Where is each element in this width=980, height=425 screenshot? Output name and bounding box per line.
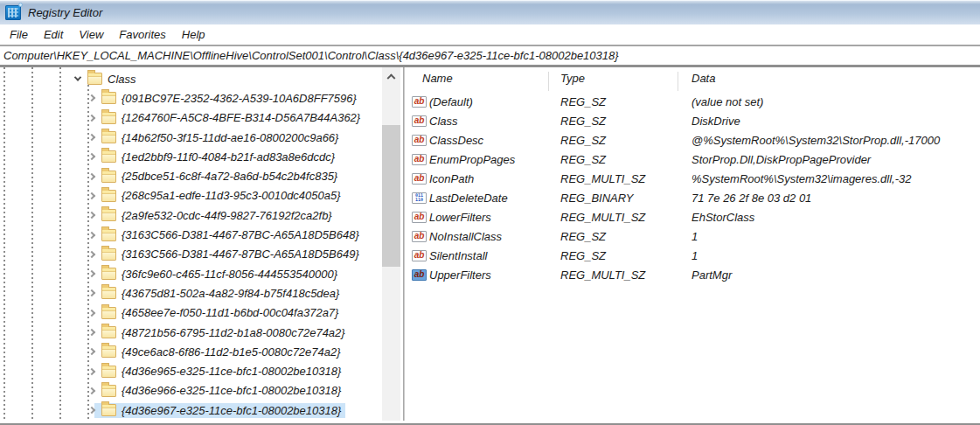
column-header-type[interactable]: Type (549, 72, 678, 91)
tree-node-highlight: {36fc9e60-c465-11cf-8056-444553540000} (94, 267, 342, 282)
tree-node-label[interactable]: {48721b56-6795-11d2-b1a8-0080c72e74a2} (122, 326, 345, 339)
tree-node-label[interactable]: {2a9fe532-0cdc-44f9-9827-76192f2ca2fb} (122, 209, 332, 222)
tree-node-guid[interactable]: {4d36e967-e325-11ce-bfc1-08002be10318} (0, 401, 382, 420)
tree-node-label[interactable]: {1264760F-A5C8-4BFE-B314-D56A7B44A362} (122, 111, 360, 124)
tree-node-highlight: {4d36e965-e325-11ce-bfc1-08002be10318} (94, 364, 345, 379)
value-name[interactable]: EnumPropPages (427, 153, 515, 166)
value-row-noinstallclass[interactable]: NoInstallClassREG_SZ1 (405, 226, 980, 246)
value-data: 1 (678, 249, 980, 262)
tree-node-label[interactable]: {1ed2bbf9-11f0-4084-b21f-ad83a8e6dcdc} (122, 150, 335, 164)
value-type: REG_BINARY (549, 192, 678, 205)
value-data: @%SystemRoot%\System32\StorProp.dll,-170… (678, 134, 980, 147)
values-list: (Default)REG_SZ(value not set)ClassREG_S… (405, 92, 980, 284)
value-data: DiskDrive (678, 115, 980, 128)
folder-icon (87, 73, 102, 85)
menu-item-file[interactable]: File (2, 24, 36, 45)
tree-node-guid[interactable]: {49ce6ac8-6f86-11d2-b1e5-0080c72e74a2} (0, 342, 382, 361)
tree-node-label[interactable]: {4d36e965-e325-11ce-bfc1-08002be10318} (122, 365, 341, 378)
tree-node-class[interactable]: Class (0, 69, 382, 88)
tree-node-guid[interactable]: {43675d81-502a-4a82-9f84-b75f418c5dea} (0, 283, 382, 303)
value-row-iconpath[interactable]: IconPathREG_MULTI_SZ%SystemRoot%\System3… (405, 169, 980, 188)
value-name-cell: (Default) (405, 95, 549, 108)
value-name[interactable]: LastDeleteDate (427, 192, 508, 205)
address-path[interactable]: Computer\HKEY_LOCAL_MACHINE\OfflineHive\… (0, 49, 619, 62)
title-bar: Registry Editor (0, 0, 980, 24)
tree-node-guid[interactable]: {1264760F-A5C8-4BFE-B314-D56A7B44A362} (0, 108, 382, 128)
column-header-name[interactable]: Name (405, 72, 549, 91)
tree-node-label[interactable]: {14b62f50-3f15-11dd-ae16-0800200c9a66} (122, 131, 338, 144)
tree-node-guid[interactable]: {268c95a1-edfe-11d3-95c3-0010dc4050a5} (0, 186, 382, 206)
tree-node-label[interactable]: {3163C566-D381-4467-87BC-A65A18D5B648} (122, 228, 359, 241)
value-row-classdesc[interactable]: ClassDescREG_SZ@%SystemRoot%\System32\St… (405, 130, 980, 150)
string-value-icon (412, 212, 427, 223)
tree-node-highlight: {091BC97E-2352-4362-A539-10A6D8FF7596} (94, 91, 361, 106)
value-name[interactable]: SilentInstall (427, 249, 487, 262)
tree-node-label[interactable]: {43675d81-502a-4a82-9f84-b75f418c5dea} (122, 287, 339, 300)
tree-node-label[interactable]: Class (108, 73, 136, 86)
value-type: REG_SZ (549, 230, 678, 243)
value-name[interactable]: IconPath (427, 172, 474, 185)
tree-node-highlight: {4658ee7e-f050-11d1-b6bd-00c04fa372a7} (94, 305, 343, 320)
folder-icon (101, 190, 116, 202)
tree-node-guid[interactable]: {14b62f50-3f15-11dd-ae16-0800200c9a66} (0, 128, 382, 147)
values-pane: Name Type Data (Default)REG_SZ(value not… (404, 67, 980, 421)
string-value-icon (412, 115, 427, 127)
tree-node-highlight: {49ce6ac8-6f86-11d2-b1e5-0080c72e74a2} (94, 345, 345, 359)
value-name[interactable]: LowerFilters (427, 211, 491, 224)
tree-node-guid[interactable]: {1ed2bbf9-11f0-4084-b21f-ad83a8e6dcdc} (0, 147, 382, 166)
folder-icon (101, 345, 116, 358)
menu-item-view[interactable]: View (71, 24, 111, 45)
tree-node-label[interactable]: {4658ee7e-f050-11d1-b6bd-00c04fa372a7} (122, 306, 338, 319)
tree-node-guid[interactable]: {2a9fe532-0cdc-44f9-9827-76192f2ca2fb} (0, 206, 382, 225)
scrollbar-thumb[interactable] (382, 125, 400, 267)
value-row-default[interactable]: (Default)REG_SZ(value not set) (405, 92, 980, 111)
value-name[interactable]: ClassDesc (427, 134, 483, 147)
tree-node-label[interactable]: {3163C566-D381-4467-87BC-A65A18D5B649} (122, 247, 359, 261)
value-row-enumproppages[interactable]: EnumPropPagesREG_SZStorProp.Dll,DiskProp… (405, 150, 980, 169)
tree-node-guid[interactable]: {48721b56-6795-11d2-b1a8-0080c72e74a2} (0, 323, 382, 342)
value-row-upperfilters[interactable]: UpperFiltersREG_MULTI_SZPartMgr (405, 265, 980, 284)
tree-node-guid[interactable]: {4658ee7e-f050-11d1-b6bd-00c04fa372a7} (0, 303, 382, 323)
menu-item-help[interactable]: Help (174, 24, 213, 45)
tree-pane: Class {091BC97E-2352-4362-A539-10A6D8FF7… (0, 67, 404, 421)
menu-item-favorites[interactable]: Favorites (111, 24, 173, 45)
tree-node-guid[interactable]: {36fc9e60-c465-11cf-8056-444553540000} (0, 264, 382, 283)
value-type: REG_MULTI_SZ (549, 268, 678, 282)
tree-node-guid[interactable]: {4d36e965-e325-11ce-bfc1-08002be10318} (0, 361, 382, 380)
value-row-class[interactable]: ClassREG_SZDiskDrive (405, 111, 980, 130)
value-row-lowerfilters[interactable]: LowerFiltersREG_MULTI_SZEhStorClass (405, 207, 980, 226)
tree-node-guid[interactable]: {4d36e966-e325-11ce-bfc1-08002be10318} (0, 381, 382, 401)
tree-node-label[interactable]: {4d36e966-e325-11ce-bfc1-08002be10318} (122, 384, 341, 397)
chevron-up-icon (387, 73, 396, 82)
value-row-silentinstall[interactable]: SilentInstallREG_SZ1 (405, 246, 980, 265)
tree-node-label[interactable]: {091BC97E-2352-4362-A539-10A6D8FF7596} (122, 92, 357, 105)
tree-node-label[interactable]: {25dbce51-6c8f-4a72-8a6d-b54c2b4fc835} (122, 170, 337, 183)
menu-item-edit[interactable]: Edit (36, 24, 71, 45)
column-header-data[interactable]: Data (678, 72, 980, 91)
menu-bar: FileEditViewFavoritesHelp (0, 24, 980, 46)
folder-icon (101, 268, 116, 280)
value-name-cell: LastDeleteDate (405, 192, 549, 205)
tree-node-label[interactable]: {49ce6ac8-6f86-11d2-b1e5-0080c72e74a2} (122, 345, 341, 359)
folder-icon (101, 326, 116, 338)
value-name[interactable]: (Default) (427, 95, 473, 108)
value-data: 1 (678, 230, 980, 243)
address-bar[interactable]: Computer\HKEY_LOCAL_MACHINE\OfflineHive\… (0, 46, 980, 67)
value-name[interactable]: Class (427, 115, 458, 128)
value-name-cell: ClassDesc (405, 134, 549, 147)
tree-node-guid[interactable]: {3163C566-D381-4467-87BC-A65A18D5B648} (0, 225, 382, 244)
tree-node-label[interactable]: {268c95a1-edfe-11d3-95c3-0010dc4050a5} (122, 189, 341, 202)
folder-icon (101, 209, 116, 221)
tree-node-label[interactable]: {4d36e967-e325-11ce-bfc1-08002be10318} (122, 404, 341, 417)
value-name[interactable]: UpperFilters (427, 268, 491, 282)
tree-node-guid[interactable]: {25dbce51-6c8f-4a72-8a6d-b54c2b4fc835} (0, 166, 382, 185)
tree-node-guid[interactable]: {3163C566-D381-4467-87BC-A65A18D5B649} (0, 245, 382, 264)
string-value-icon (412, 173, 427, 185)
tree-scrollbar[interactable] (382, 67, 400, 421)
tree-node-guid[interactable]: {091BC97E-2352-4362-A539-10A6D8FF7596} (0, 88, 382, 108)
tree-node-label[interactable]: {36fc9e60-c465-11cf-8056-444553540000} (122, 268, 337, 281)
tree-node-highlight: {3163C566-D381-4467-87BC-A65A18D5B649} (94, 247, 364, 261)
scroll-up-button[interactable] (382, 67, 400, 84)
value-name[interactable]: NoInstallClass (427, 230, 502, 243)
value-row-lastdeletedate[interactable]: LastDeleteDateREG_BINARY71 7e 26 2f 8e 0… (405, 188, 980, 207)
